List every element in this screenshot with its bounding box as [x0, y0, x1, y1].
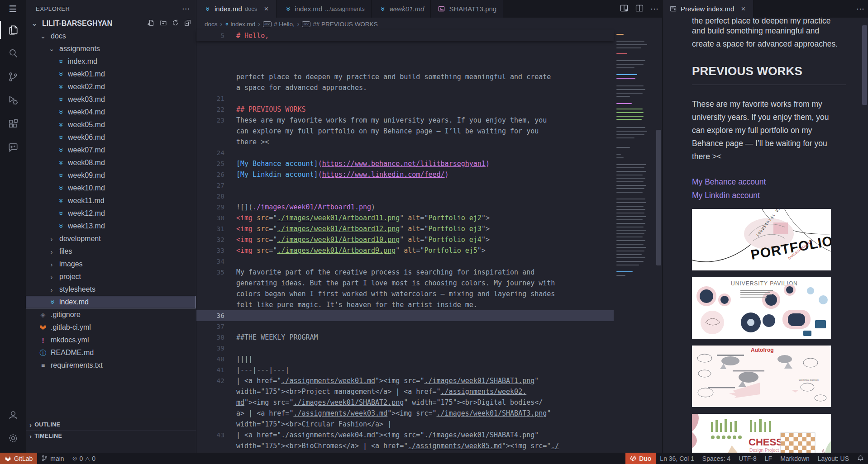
code-line[interactable]: 43| <a href="./assignments/week04.md"><i…	[196, 430, 614, 440]
code-line[interactable]: 30<img src="./images/week01/Artboard11.p…	[196, 213, 614, 223]
duo-status-item[interactable]: Duo	[625, 453, 656, 464]
tree-item-week12-md[interactable]: «week12.md	[26, 207, 196, 220]
tree-item-week11-md[interactable]: «week11.md	[26, 194, 196, 207]
code-line[interactable]: 24	[196, 147, 614, 158]
keyboard-layout-item[interactable]: Layout: US	[814, 453, 853, 464]
new-folder-icon[interactable]	[159, 19, 167, 27]
tree-item-index-md[interactable]: «index.md	[26, 55, 196, 68]
tree-item-stylesheets[interactable]: ›stylesheets	[26, 283, 196, 296]
tab-week01-md[interactable]: «week01.md	[372, 0, 431, 18]
tab-shabat13-png[interactable]: SHABAT13.png	[431, 0, 503, 18]
tree-item-week06-md[interactable]: «week06.md	[26, 131, 196, 144]
code-line[interactable]: 42| <a href="./assignments/week01.md"><i…	[196, 375, 614, 386]
code-line[interactable]: width="175"><br>Circular Fashion</a> |	[196, 419, 614, 430]
tree-item-root[interactable]: ⌄LILIT-BARSEGHYAN	[26, 17, 196, 30]
editor-scrollbar-thumb[interactable]	[656, 130, 661, 265]
tree-item-week02-md[interactable]: «week02.md	[26, 80, 196, 93]
code-line[interactable]: there ><	[196, 137, 614, 147]
tree-item-week10-md[interactable]: «week10.md	[26, 182, 196, 194]
code-line[interactable]: width="175"><br>Project management</a> |…	[196, 386, 614, 397]
close-icon[interactable]: ×	[739, 5, 747, 14]
activity-account[interactable]	[0, 403, 26, 426]
code-line[interactable]: 37	[196, 321, 614, 332]
activity-explorer[interactable]	[0, 18, 26, 42]
tree-item-mkdocs-yml[interactable]: !mkdocs.yml	[26, 334, 196, 346]
breadcrumb-item[interactable]: docs	[205, 21, 218, 28]
code-line[interactable]: a> | <a href="./assignments/week03.md"><…	[196, 408, 614, 419]
more-actions-icon[interactable]: ⋯	[650, 4, 658, 14]
code-line[interactable]: 22## PREVIOUS WORKS	[196, 104, 614, 115]
code-line[interactable]: 21	[196, 93, 614, 104]
tree-item-docs[interactable]: ⌄docs	[26, 30, 196, 43]
open-preview-side-icon[interactable]	[620, 4, 629, 14]
code-line[interactable]: colors began when I first worked with wa…	[196, 289, 614, 299]
tab-index-md[interactable]: «index.mddocs×	[196, 0, 277, 18]
code-line[interactable]: 40||||	[196, 354, 614, 365]
code-line[interactable]: 25[My Behance account](https://www.behan…	[196, 158, 614, 169]
tab-preview-index-md[interactable]: Preview index.md ×	[663, 0, 754, 18]
tree-item-week01-md[interactable]: «week01.md	[26, 68, 196, 80]
outline-section[interactable]: › OUTLINE	[26, 419, 196, 430]
new-file-icon[interactable]	[147, 19, 155, 27]
code-line[interactable]: 34	[196, 256, 614, 267]
code-line[interactable]: 26[My Linkdin account](https://www.linke…	[196, 169, 614, 180]
activity-source-control[interactable]	[0, 65, 26, 89]
close-icon[interactable]: ×	[262, 5, 270, 14]
code-line[interactable]: 33<img src="./images/week01/Artboard9.pn…	[196, 245, 614, 256]
preview-scrollbar[interactable]	[861, 18, 868, 453]
activity-settings[interactable]	[0, 426, 26, 450]
code-line[interactable]: a space for advanced approaches.	[196, 82, 614, 93]
gitlab-status-item[interactable]: GitLab	[0, 453, 37, 464]
code-line[interactable]: 27	[196, 180, 614, 191]
activity-run-and-debug[interactable]	[0, 89, 26, 112]
preview-link-my-linkdin-account[interactable]: My Linkdin account	[692, 189, 760, 202]
tree-item-week03-md[interactable]: «week03.md	[26, 93, 196, 106]
tree-item-index-md[interactable]: «index.md	[26, 296, 196, 308]
tab-index-md[interactable]: «index.md...\assignments	[277, 0, 371, 18]
tree-item-files[interactable]: ›files	[26, 245, 196, 258]
tree-item-week08-md[interactable]: «week08.md	[26, 156, 196, 169]
tree-item-readme-md[interactable]: ⓘREADME.md	[26, 346, 196, 359]
activity-extensions[interactable]	[0, 112, 26, 136]
activity-search[interactable]	[0, 42, 26, 65]
eol-item[interactable]: LF	[761, 453, 776, 464]
code-line[interactable]: 38##THE WEEKLY PROGRAM	[196, 332, 614, 343]
collapse-folders-icon[interactable]	[184, 19, 191, 27]
timeline-section[interactable]: › TIMELINE	[26, 430, 196, 441]
code-line[interactable]: 28	[196, 191, 614, 202]
tree-item-week09-md[interactable]: «week09.md	[26, 169, 196, 182]
code-line[interactable]: felt like pure magic. It’s heaven for th…	[196, 299, 614, 310]
minimap[interactable]	[615, 30, 653, 453]
code-line[interactable]: 39	[196, 343, 614, 354]
problems-status-item[interactable]: ⊘0 △0	[68, 453, 100, 464]
tree-item-week07-md[interactable]: «week07.md	[26, 144, 196, 156]
code-line[interactable]: 31<img src="./images/week01/Artboard12.p…	[196, 223, 614, 234]
code-line-current[interactable]: 36	[196, 310, 614, 321]
tree-item--gitlab-ci-yml[interactable]: .gitlab-ci.yml	[26, 321, 196, 334]
indentation-item[interactable]: Spaces: 4	[698, 453, 734, 464]
tree-item-week05-md[interactable]: «week05.md	[26, 118, 196, 131]
breadcrumb-item[interactable]: abc## PREVIOUS WORKS	[302, 21, 377, 28]
explorer-more-icon[interactable]: ⋯	[182, 4, 190, 14]
code-line[interactable]: 29![](./images/week01/Artboard1.png)	[196, 202, 614, 213]
breadcrumb-item[interactable]: abc# Hello,	[263, 21, 295, 28]
preview-link-my-behance-account[interactable]: My Behance account	[692, 175, 766, 189]
more-actions-icon[interactable]: ⋯	[856, 4, 864, 14]
encoding-item[interactable]: UTF-8	[734, 453, 761, 464]
notifications-bell-icon[interactable]	[853, 453, 868, 464]
breadcrumb-item[interactable]: «index.md	[225, 21, 255, 28]
code-line[interactable]: width="175"><br>BioChromes</a> | <a href…	[196, 440, 614, 451]
language-mode-item[interactable]: Markdown	[776, 453, 814, 464]
tree-item-week04-md[interactable]: «week04.md	[26, 106, 196, 118]
code-line[interactable]: 41|---|---|---|	[196, 365, 614, 375]
refresh-explorer-icon[interactable]	[172, 19, 179, 27]
menu-icon[interactable]: ☰	[0, 0, 26, 18]
code-line[interactable]: generating ideas. But the part I love mo…	[196, 278, 614, 289]
tree-item-project[interactable]: ›project	[26, 270, 196, 283]
sticky-scroll-line[interactable]: 5 # Hello,	[196, 30, 614, 41]
code-line[interactable]: can explore my full portfolio on my Beha…	[196, 126, 614, 137]
activity-gitlab-duo-chat[interactable]	[0, 136, 26, 159]
markdown-preview-pane[interactable]: the perfect place to deepen my practice …	[663, 18, 861, 453]
tree-item-development[interactable]: ›development	[26, 232, 196, 245]
code-line[interactable]: 35My favorite part of the creative proce…	[196, 267, 614, 278]
